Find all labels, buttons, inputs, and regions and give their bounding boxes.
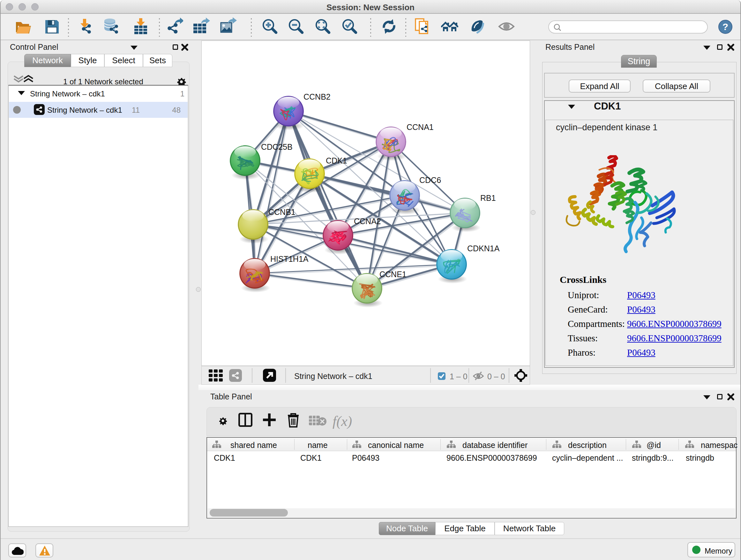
svg-text:CDK1: CDK1 bbox=[326, 156, 347, 165]
svg-text:CCNA1: CCNA1 bbox=[407, 123, 434, 132]
svg-text:RB1: RB1 bbox=[480, 193, 496, 202]
svg-text:?: ? bbox=[723, 21, 728, 32]
svg-text:CCNB1: CCNB1 bbox=[268, 207, 295, 216]
svg-text:CDC25B: CDC25B bbox=[261, 142, 293, 151]
svg-text:CCNE1: CCNE1 bbox=[380, 270, 407, 279]
svg-text:CDKN1A: CDKN1A bbox=[467, 244, 500, 253]
svg-text:CDC6: CDC6 bbox=[419, 176, 441, 185]
svg-text:CCNA2: CCNA2 bbox=[354, 217, 381, 226]
svg-text:CCNB2: CCNB2 bbox=[304, 92, 331, 101]
svg-text:HIST1H1A: HIST1H1A bbox=[270, 254, 309, 263]
